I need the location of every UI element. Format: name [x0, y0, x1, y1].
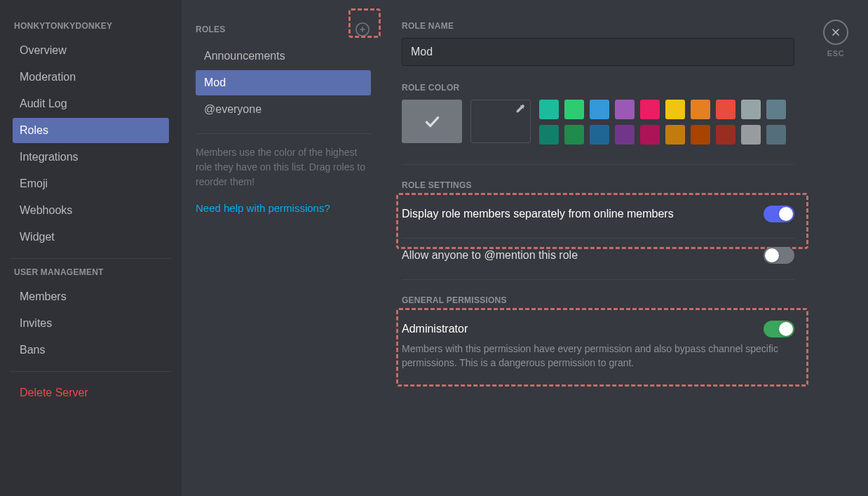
checkmark-icon [423, 112, 441, 130]
server-name-heading: HONKYTONKYDONKEY [13, 21, 169, 36]
color-swatch[interactable] [590, 125, 609, 145]
sidebar-item-roles[interactable]: Roles [13, 118, 169, 143]
roles-hint-text: Members use the color of the highest rol… [196, 145, 371, 189]
role-item-announcements[interactable]: Announcements [196, 43, 371, 69]
administrator-description: Members with this permission have every … [402, 342, 794, 370]
close-button[interactable] [823, 20, 848, 45]
color-swatch[interactable] [590, 100, 609, 119]
general-permissions-heading: GENERAL PERMISSIONS [402, 295, 840, 305]
color-swatch[interactable] [766, 125, 786, 145]
role-editor-panel: ROLE NAME ROLE COLOR ROLE SETTINGS [385, 0, 868, 496]
administrator-toggle[interactable] [764, 321, 794, 337]
color-swatch[interactable] [564, 100, 584, 119]
color-swatch[interactable] [640, 100, 660, 119]
color-swatches [539, 100, 786, 145]
esc-label: ESC [827, 49, 844, 58]
permissions-help-link[interactable]: Need help with permissions? [196, 202, 371, 214]
plus-circle-icon [355, 22, 370, 37]
close-icon [830, 27, 841, 38]
user-management-heading: USER MANAGEMENT [13, 267, 169, 283]
default-color-swatch[interactable] [402, 100, 462, 143]
color-swatch[interactable] [564, 125, 584, 145]
divider [196, 133, 371, 134]
administrator-label: Administrator [402, 323, 468, 335]
color-swatch[interactable] [665, 125, 685, 145]
color-swatch[interactable] [741, 100, 761, 119]
role-item-everyone[interactable]: @everyone [196, 97, 371, 122]
allow-mention-label: Allow anyone to @mention this role [402, 249, 578, 262]
color-swatch[interactable] [716, 100, 735, 119]
display-separate-setting: Display role members separately from onl… [402, 197, 794, 231]
color-swatch[interactable] [539, 125, 559, 145]
roles-column: ROLES AnnouncementsMod@everyone Members … [182, 0, 385, 496]
color-swatch[interactable] [691, 125, 710, 145]
color-swatch[interactable] [615, 125, 635, 145]
color-swatch[interactable] [716, 125, 735, 145]
color-swatch[interactable] [615, 100, 635, 119]
sidebar-item-members[interactable]: Members [13, 284, 169, 309]
add-role-button[interactable] [354, 21, 371, 38]
color-swatch[interactable] [766, 100, 786, 119]
sidebar-item-moderation[interactable]: Moderation [13, 65, 169, 90]
color-swatch[interactable] [741, 125, 761, 145]
sidebar-item-emoji[interactable]: Emoji [13, 171, 169, 196]
role-settings-heading: ROLE SETTINGS [402, 180, 840, 190]
sidebar-item-widget[interactable]: Widget [13, 224, 169, 250]
sidebar-divider [10, 371, 172, 372]
role-item-mod[interactable]: Mod [196, 70, 371, 95]
sidebar-item-webhooks[interactable]: Webhooks [13, 198, 169, 223]
role-name-label: ROLE NAME [402, 21, 840, 31]
roles-heading: ROLES [196, 25, 226, 34]
custom-color-picker[interactable] [470, 100, 531, 143]
color-swatch[interactable] [640, 125, 660, 145]
sidebar-item-audit-log[interactable]: Audit Log [13, 91, 169, 116]
allow-mention-setting: Allow anyone to @mention this role [402, 239, 794, 272]
eyedropper-icon [515, 103, 526, 114]
server-settings-sidebar: HONKYTONKYDONKEY OverviewModerationAudit… [0, 0, 182, 496]
allow-mention-toggle[interactable] [764, 247, 794, 264]
administrator-setting: Administrator [402, 312, 794, 339]
sidebar-item-bans[interactable]: Bans [13, 337, 169, 363]
display-separate-label: Display role members separately from onl… [402, 208, 674, 220]
color-swatch[interactable] [665, 100, 685, 119]
display-separate-toggle[interactable] [764, 206, 794, 222]
color-swatch[interactable] [691, 100, 710, 119]
role-name-input[interactable] [402, 38, 794, 66]
sidebar-item-integrations[interactable]: Integrations [13, 145, 169, 170]
color-swatch[interactable] [539, 100, 559, 119]
sidebar-item-invites[interactable]: Invites [13, 311, 169, 336]
sidebar-item-overview[interactable]: Overview [13, 38, 169, 63]
role-color-label: ROLE COLOR [402, 83, 840, 93]
divider [402, 164, 794, 165]
sidebar-divider [10, 258, 172, 259]
delete-server-button[interactable]: Delete Server [13, 380, 169, 405]
